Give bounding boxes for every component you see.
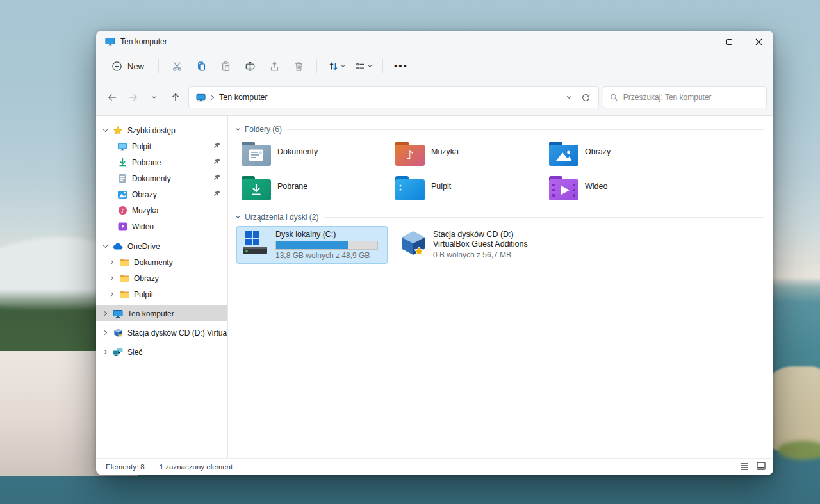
close-button[interactable] — [744, 31, 773, 53]
search-icon — [610, 93, 618, 102]
close-icon — [755, 38, 762, 45]
rename-icon — [245, 61, 256, 72]
pin-icon — [213, 174, 221, 183]
sidebar-item-label: Dokumenty — [132, 174, 171, 183]
folder-tile-label: Dokumenty — [277, 147, 318, 156]
chevron-right-icon[interactable] — [108, 292, 113, 297]
rename-button[interactable] — [238, 56, 262, 76]
maximize-button[interactable] — [714, 31, 744, 53]
more-options-button[interactable]: ••• — [389, 63, 413, 69]
chevron-right-icon[interactable] — [108, 276, 113, 280]
details-view-icon — [740, 462, 749, 470]
chevron-right-icon[interactable] — [102, 350, 106, 354]
drives-grid: Dysk lokalny (C:) 13,8 GB wolnych z 48,9… — [236, 226, 764, 264]
folder-tile-label: Wideo — [585, 182, 607, 191]
sidebar-item-pulpit[interactable]: Pulpit — [96, 138, 227, 154]
minimize-button[interactable] — [685, 31, 714, 53]
details-view-button[interactable] — [740, 462, 749, 471]
folder-tile-label: Obrazy — [585, 147, 611, 156]
copy-button[interactable] — [189, 56, 213, 76]
sidebar-item-onedrive-obrazy[interactable]: Obrazy — [96, 270, 227, 286]
chevron-down-icon[interactable] — [102, 127, 107, 131]
section-chevron-icon[interactable] — [236, 126, 240, 131]
chevron-right-icon[interactable] — [102, 311, 106, 316]
sidebar-item-obrazy[interactable]: Obrazy — [96, 186, 227, 202]
pin-icon — [213, 190, 221, 199]
sidebar-group-label: Szybki dostęp — [127, 126, 176, 135]
cut-button[interactable] — [165, 56, 189, 76]
chevron-down-icon[interactable] — [102, 243, 107, 247]
toolbar-separator — [382, 59, 383, 73]
sidebar-group-onedrive[interactable]: OneDrive — [96, 238, 227, 254]
folder-tile-label: Pobrane — [277, 182, 308, 191]
refresh-icon[interactable] — [581, 93, 591, 102]
folder-tile-wideo[interactable]: Wideo — [544, 173, 698, 206]
address-dropdown-chevron-icon[interactable] — [567, 94, 571, 99]
sidebar-item-ten-komputer[interactable]: Ten komputer — [96, 305, 227, 321]
desktop-folder-icon — [395, 176, 425, 200]
folder-tile-label: Pulpit — [431, 182, 451, 191]
sidebar-item-siec[interactable]: Sieć — [96, 344, 227, 360]
section-header-folders[interactable]: Foldery (6) — [236, 125, 764, 134]
maximize-icon — [726, 39, 732, 45]
up-button[interactable] — [165, 88, 186, 107]
star-icon — [113, 126, 123, 136]
search-input[interactable] — [623, 93, 760, 102]
folder-tile-label: Muzyka — [431, 147, 459, 156]
sidebar-item-label: Ten komputer — [127, 309, 174, 318]
drive-name: Stacja dysków CD (D:) VirtualBox Guest A… — [433, 230, 543, 249]
breadcrumb-item[interactable]: Ten komputer — [219, 93, 268, 102]
music-note-glyph: ♪ — [406, 149, 414, 161]
more-icon: ••• — [389, 63, 413, 69]
recent-locations-button[interactable] — [144, 88, 165, 107]
breadcrumb-chevron-icon — [209, 95, 214, 99]
up-icon — [170, 92, 181, 102]
sidebar-item-cd-drive[interactable]: Stacja dysków CD (D:) VirtualBox — [96, 325, 227, 341]
folder-tile-pulpit[interactable]: Pulpit — [390, 173, 544, 206]
folder-tile-dokumenty[interactable]: Dokumenty — [236, 138, 390, 172]
sidebar-group-label: OneDrive — [127, 242, 160, 251]
sidebar-group-quick-access[interactable]: Szybki dostęp — [96, 122, 227, 138]
sidebar-item-muzyka[interactable]: ♪ Muzyka — [96, 202, 227, 218]
this-pc-icon — [105, 37, 115, 47]
folder-tile-muzyka[interactable]: ♪ Muzyka — [390, 138, 544, 172]
drive-free-space: 0 B wolnych z 56,7 MB — [433, 250, 543, 259]
section-rule — [324, 217, 764, 218]
sidebar-item-label: Muzyka — [132, 206, 158, 215]
section-chevron-icon[interactable] — [236, 214, 240, 218]
delete-button[interactable] — [286, 56, 311, 76]
section-header-drives[interactable]: Urządzenia i dyski (2) — [236, 213, 764, 222]
address-bar[interactable]: Ten komputer — [188, 86, 599, 108]
sort-dropdown-chevron-icon — [341, 63, 345, 67]
back-button[interactable] — [101, 88, 122, 107]
titlebar[interactable]: Ten komputer — [96, 31, 773, 53]
network-icon — [113, 347, 123, 357]
section-title: Urządzenia i dyski (2) — [245, 213, 318, 222]
chevron-right-icon[interactable] — [108, 260, 113, 264]
view-icon — [355, 61, 366, 72]
sidebar-item-onedrive-dokumenty[interactable]: Dokumenty — [96, 254, 227, 270]
folder-tile-obrazy[interactable]: Obrazy — [544, 138, 698, 172]
sort-button[interactable] — [323, 56, 350, 76]
chevron-right-icon[interactable] — [102, 330, 106, 335]
drive-name: Dysk lokalny (C:) — [275, 230, 378, 240]
forward-button[interactable] — [122, 88, 144, 107]
back-icon — [107, 92, 117, 102]
view-button[interactable] — [350, 56, 377, 76]
drive-tile-cd-virtualbox[interactable]: Stacja dysków CD (D:) VirtualBox Guest A… — [394, 226, 545, 264]
sidebar-item-dokumenty[interactable]: Dokumenty — [96, 170, 227, 186]
sidebar-item-wideo[interactable]: Wideo — [96, 218, 227, 234]
sidebar-item-label: Sieć — [127, 348, 142, 357]
thumbnail-view-button[interactable] — [757, 462, 766, 471]
new-button[interactable]: New — [105, 57, 152, 76]
paste-button[interactable] — [213, 56, 238, 76]
folder-icon — [119, 289, 129, 300]
sidebar-item-pobrane[interactable]: Pobrane — [96, 154, 227, 170]
search-box[interactable] — [603, 86, 767, 108]
documents-folder-icon — [242, 142, 271, 166]
drive-tile-local-disk-c[interactable]: Dysk lokalny (C:) 13,8 GB wolnych z 48,9… — [236, 226, 388, 264]
sidebar-item-onedrive-pulpit[interactable]: Pulpit — [96, 286, 227, 302]
share-button[interactable] — [262, 56, 286, 76]
folder-tile-pobrane[interactable]: Pobrane — [236, 173, 390, 206]
pin-icon — [213, 142, 221, 151]
